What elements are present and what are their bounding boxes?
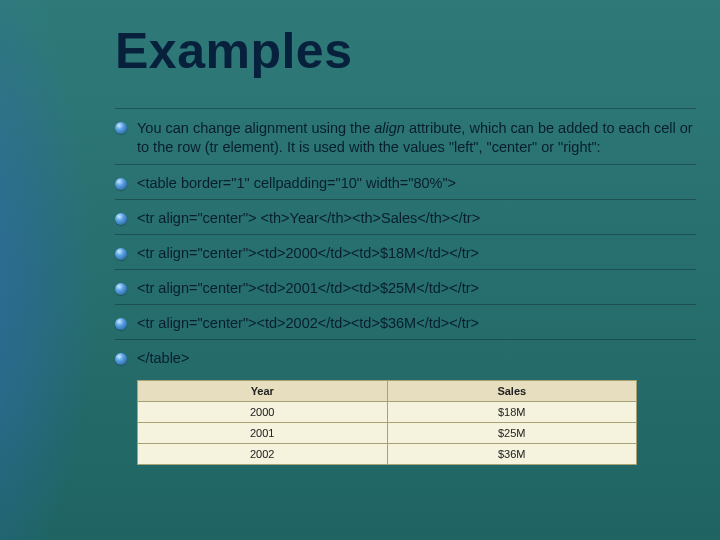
col-year: Year: [138, 381, 388, 402]
code-row-2: <tr align="center"><td>2000</td><td>$18M…: [115, 245, 696, 261]
cell-sales: $36M: [387, 444, 637, 465]
code-line: </table>: [137, 350, 189, 366]
bullet-icon: [115, 248, 127, 260]
table-row: 2002 $36M: [138, 444, 637, 465]
code-row-5: </table>: [115, 350, 696, 366]
bullet-icon: [115, 122, 127, 134]
code-line: <table border="1" cellpadding="10" width…: [137, 175, 456, 191]
intro-italic: align: [374, 120, 405, 136]
table-row: 2000 $18M: [138, 402, 637, 423]
rendered-table: Year Sales 2000 $18M 2001 $25M 2002 $36M: [137, 380, 637, 465]
divider: [115, 199, 696, 200]
code-row-0: <table border="1" cellpadding="10" width…: [115, 175, 696, 191]
cell-year: 2002: [138, 444, 388, 465]
intro-text: You can change alignment using the align…: [137, 119, 696, 156]
divider: [115, 269, 696, 270]
divider: [115, 304, 696, 305]
col-sales: Sales: [387, 381, 637, 402]
divider: [115, 339, 696, 340]
table-row: 2001 $25M: [138, 423, 637, 444]
cell-year: 2001: [138, 423, 388, 444]
bullet-icon: [115, 318, 127, 330]
bullet-icon: [115, 283, 127, 295]
slide-content: Examples You can change alignment using …: [115, 22, 696, 465]
table-header-row: Year Sales: [138, 381, 637, 402]
intro-row: You can change alignment using the align…: [115, 119, 696, 156]
bullet-icon: [115, 178, 127, 190]
cell-year: 2000: [138, 402, 388, 423]
code-line: <tr align="center"><td>2002</td><td>$36M…: [137, 315, 479, 331]
code-row-4: <tr align="center"><td>2002</td><td>$36M…: [115, 315, 696, 331]
slide-title: Examples: [115, 22, 696, 80]
bullet-icon: [115, 353, 127, 365]
code-line: <tr align="center"><td>2000</td><td>$18M…: [137, 245, 479, 261]
code-line: <tr align="center"> <th>Year</th><th>Sal…: [137, 210, 480, 226]
code-row-3: <tr align="center"><td>2001</td><td>$25M…: [115, 280, 696, 296]
code-line: <tr align="center"><td>2001</td><td>$25M…: [137, 280, 479, 296]
divider: [115, 108, 696, 109]
bullet-icon: [115, 213, 127, 225]
divider: [115, 164, 696, 165]
intro-before: You can change alignment using the: [137, 120, 374, 136]
cell-sales: $25M: [387, 423, 637, 444]
cell-sales: $18M: [387, 402, 637, 423]
code-row-1: <tr align="center"> <th>Year</th><th>Sal…: [115, 210, 696, 226]
divider: [115, 234, 696, 235]
